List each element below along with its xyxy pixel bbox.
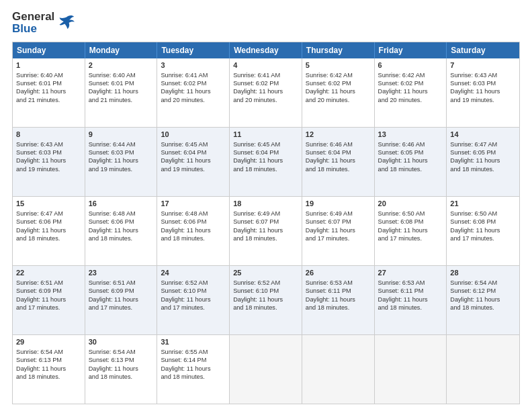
- header: General Blue: [12, 11, 520, 35]
- day-cell-28: 28Sunrise: 6:54 AMSunset: 6:12 PMDayligh…: [447, 266, 519, 334]
- day-cell-10: 10Sunrise: 6:45 AMSunset: 6:04 PMDayligh…: [157, 128, 230, 196]
- day-cell-24: 24Sunrise: 6:52 AMSunset: 6:10 PMDayligh…: [157, 266, 230, 334]
- day-cell-9: 9Sunrise: 6:44 AMSunset: 6:03 PMDaylight…: [85, 128, 158, 196]
- day-number: 29: [16, 337, 81, 347]
- calendar-week-4: 22Sunrise: 6:51 AMSunset: 6:09 PMDayligh…: [13, 265, 519, 334]
- day-cell-4: 4Sunrise: 6:41 AMSunset: 6:02 PMDaylight…: [230, 58, 302, 127]
- day-cell-15: 15Sunrise: 6:47 AMSunset: 6:06 PMDayligh…: [13, 197, 85, 265]
- logo-blue: Blue: [12, 23, 54, 35]
- day-number: 27: [378, 268, 443, 278]
- day-number: 28: [450, 268, 516, 278]
- logo-bird-icon: [57, 13, 76, 32]
- day-number: 14: [450, 130, 516, 140]
- day-header-saturday: Saturday: [447, 42, 519, 58]
- day-cell-1: 1Sunrise: 6:40 AMSunset: 6:01 PMDaylight…: [13, 58, 85, 127]
- day-number: 23: [89, 268, 154, 278]
- day-cell-22: 22Sunrise: 6:51 AMSunset: 6:09 PMDayligh…: [13, 266, 85, 334]
- day-number: 16: [89, 199, 154, 209]
- day-number: 30: [89, 337, 154, 347]
- day-number: 5: [306, 60, 371, 71]
- day-cell-25: 25Sunrise: 6:52 AMSunset: 6:10 PMDayligh…: [230, 266, 302, 334]
- day-number: 3: [161, 60, 226, 71]
- day-number: 10: [161, 130, 226, 140]
- day-number: 26: [306, 268, 371, 278]
- calendar-week-1: 1Sunrise: 6:40 AMSunset: 6:01 PMDaylight…: [13, 58, 519, 127]
- day-number: 24: [161, 268, 226, 278]
- day-cell-30: 30Sunrise: 6:54 AMSunset: 6:13 PMDayligh…: [85, 335, 158, 404]
- day-cell-7: 7Sunrise: 6:43 AMSunset: 6:03 PMDaylight…: [447, 58, 519, 127]
- day-cell-2: 2Sunrise: 6:40 AMSunset: 6:01 PMDaylight…: [85, 58, 158, 127]
- day-cell-5: 5Sunrise: 6:42 AMSunset: 6:02 PMDaylight…: [302, 58, 375, 127]
- day-number: 18: [233, 199, 298, 209]
- day-cell-31: 31Sunrise: 6:55 AMSunset: 6:14 PMDayligh…: [157, 335, 230, 404]
- day-header-friday: Friday: [375, 42, 447, 58]
- empty-cell: [375, 335, 447, 404]
- day-number: 9: [89, 130, 154, 140]
- calendar-body: 1Sunrise: 6:40 AMSunset: 6:01 PMDaylight…: [13, 58, 519, 404]
- day-cell-23: 23Sunrise: 6:51 AMSunset: 6:09 PMDayligh…: [85, 266, 158, 334]
- day-cell-18: 18Sunrise: 6:49 AMSunset: 6:07 PMDayligh…: [230, 197, 302, 265]
- day-cell-13: 13Sunrise: 6:46 AMSunset: 6:05 PMDayligh…: [375, 128, 447, 196]
- page: General Blue SundayMondayTuesdayWednesda…: [0, 0, 532, 411]
- empty-cell: [447, 335, 519, 404]
- day-header-tuesday: Tuesday: [157, 42, 230, 58]
- logo: General Blue: [12, 11, 76, 35]
- day-cell-6: 6Sunrise: 6:42 AMSunset: 6:02 PMDaylight…: [375, 58, 447, 127]
- day-cell-8: 8Sunrise: 6:43 AMSunset: 6:03 PMDaylight…: [13, 128, 85, 196]
- day-cell-29: 29Sunrise: 6:54 AMSunset: 6:13 PMDayligh…: [13, 335, 85, 404]
- day-header-monday: Monday: [85, 42, 158, 58]
- empty-cell: [230, 335, 302, 404]
- day-number: 22: [16, 268, 81, 278]
- day-cell-12: 12Sunrise: 6:46 AMSunset: 6:04 PMDayligh…: [302, 128, 375, 196]
- calendar-week-3: 15Sunrise: 6:47 AMSunset: 6:06 PMDayligh…: [13, 196, 519, 265]
- day-header-wednesday: Wednesday: [230, 42, 302, 58]
- day-number: 31: [161, 337, 226, 347]
- day-number: 8: [16, 130, 81, 140]
- day-number: 2: [89, 60, 154, 71]
- day-header-sunday: Sunday: [13, 42, 85, 58]
- day-number: 4: [233, 60, 298, 71]
- day-header-thursday: Thursday: [302, 42, 375, 58]
- day-number: 13: [378, 130, 443, 140]
- logo-general: General: [12, 11, 54, 23]
- day-cell-20: 20Sunrise: 6:50 AMSunset: 6:08 PMDayligh…: [375, 197, 447, 265]
- empty-cell: [302, 335, 375, 404]
- day-number: 21: [450, 199, 516, 209]
- calendar-week-2: 8Sunrise: 6:43 AMSunset: 6:03 PMDaylight…: [13, 127, 519, 196]
- calendar-header: SundayMondayTuesdayWednesdayThursdayFrid…: [13, 42, 519, 58]
- day-cell-17: 17Sunrise: 6:48 AMSunset: 6:06 PMDayligh…: [157, 197, 230, 265]
- day-number: 17: [161, 199, 226, 209]
- day-cell-16: 16Sunrise: 6:48 AMSunset: 6:06 PMDayligh…: [85, 197, 158, 265]
- day-cell-3: 3Sunrise: 6:41 AMSunset: 6:02 PMDaylight…: [157, 58, 230, 127]
- day-number: 15: [16, 199, 81, 209]
- day-cell-21: 21Sunrise: 6:50 AMSunset: 6:08 PMDayligh…: [447, 197, 519, 265]
- day-cell-14: 14Sunrise: 6:47 AMSunset: 6:05 PMDayligh…: [447, 128, 519, 196]
- day-number: 6: [378, 60, 443, 71]
- day-cell-27: 27Sunrise: 6:53 AMSunset: 6:11 PMDayligh…: [375, 266, 447, 334]
- day-number: 19: [306, 199, 371, 209]
- calendar: SundayMondayTuesdayWednesdayThursdayFrid…: [12, 42, 520, 404]
- day-number: 20: [378, 199, 443, 209]
- day-number: 11: [233, 130, 298, 140]
- day-cell-11: 11Sunrise: 6:45 AMSunset: 6:04 PMDayligh…: [230, 128, 302, 196]
- day-number: 12: [306, 130, 371, 140]
- day-number: 1: [16, 60, 81, 71]
- day-number: 7: [450, 60, 516, 71]
- day-cell-19: 19Sunrise: 6:49 AMSunset: 6:07 PMDayligh…: [302, 197, 375, 265]
- day-cell-26: 26Sunrise: 6:53 AMSunset: 6:11 PMDayligh…: [302, 266, 375, 334]
- calendar-week-5: 29Sunrise: 6:54 AMSunset: 6:13 PMDayligh…: [13, 334, 519, 404]
- day-number: 25: [233, 268, 298, 278]
